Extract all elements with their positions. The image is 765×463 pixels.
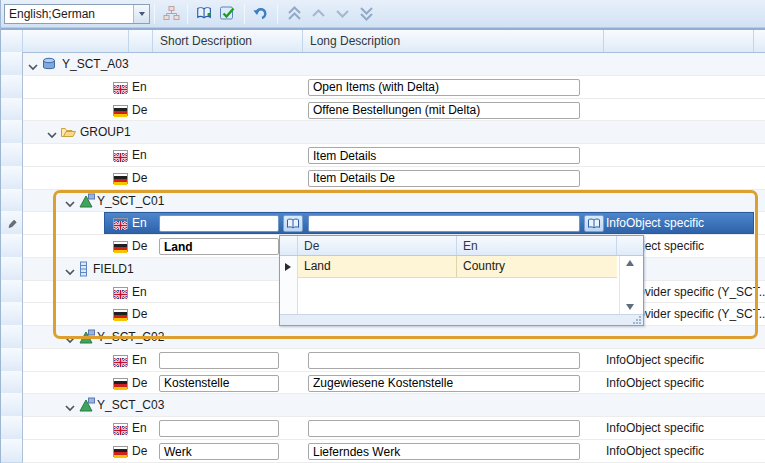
resize-grip-icon[interactable]	[632, 315, 642, 324]
row-header-cell	[1, 393, 23, 417]
row-header-cell	[1, 98, 23, 122]
uk-flag-icon	[113, 423, 128, 434]
long-description-input[interactable]	[308, 420, 580, 437]
popup-column-de[interactable]: De	[298, 236, 457, 255]
toolbar-separator	[154, 4, 155, 24]
column-header-long-description[interactable]: Long Description	[303, 30, 604, 52]
column-header-extra	[754, 30, 765, 52]
expander-icon[interactable]	[65, 401, 75, 409]
dropdown-icon[interactable]	[133, 5, 149, 23]
long-description-input[interactable]	[308, 170, 580, 187]
expander-icon[interactable]	[47, 128, 57, 136]
german-flag-icon	[113, 241, 128, 252]
translation-scope-label: InfoObject specific	[606, 349, 704, 372]
move-down-icon[interactable]	[331, 3, 353, 25]
tree-node-label[interactable]: Y_SCT_C02	[97, 326, 164, 349]
german-flag-icon	[113, 173, 128, 184]
language-label: En	[132, 144, 147, 167]
grid-column-headers: Short Description Long Description	[1, 28, 765, 53]
long-description-input[interactable]	[308, 102, 580, 119]
row-header-cell	[1, 257, 23, 281]
language-combo-value: English;German	[5, 7, 133, 21]
edit-pencil-icon	[7, 218, 17, 228]
expander-icon[interactable]	[28, 60, 38, 68]
row-header-cell	[1, 371, 23, 395]
apply-check-icon[interactable]	[217, 3, 239, 25]
dictionary-suggestion-popup: De En Land Country	[279, 235, 644, 326]
translation-scope-label: InfoObject specific	[606, 212, 704, 235]
german-flag-icon	[113, 378, 128, 389]
popup-cell-en[interactable]: Country	[457, 256, 617, 277]
tree-row-characteristic[interactable]: Y_SCT_C01	[1, 190, 765, 213]
hierarchy-view-icon[interactable]	[160, 3, 182, 25]
language-label: En	[132, 349, 147, 372]
lang-row-de[interactable]: De	[1, 167, 765, 190]
lang-row-en-selected[interactable]: En InfoObject specific	[1, 212, 765, 235]
toolbar-separator	[277, 4, 278, 24]
language-label: En	[132, 417, 147, 440]
short-description-input[interactable]	[159, 420, 279, 437]
characteristic-icon	[79, 329, 96, 345]
short-description-input[interactable]	[159, 352, 279, 369]
popup-suggestion-row[interactable]: Land Country	[298, 256, 617, 278]
tree-node-label[interactable]: Y_SCT_A03	[62, 53, 129, 76]
language-label: De	[132, 167, 147, 190]
move-up-icon[interactable]	[307, 3, 329, 25]
language-combo[interactable]: English;German	[4, 4, 150, 24]
toolbar: English;German	[1, 0, 765, 28]
popup-scrollbar[interactable]	[619, 256, 639, 314]
row-header-cell	[1, 166, 23, 190]
long-description-input[interactable]	[308, 215, 580, 232]
expander-icon[interactable]	[65, 197, 75, 205]
popup-column-en[interactable]: En	[457, 236, 617, 255]
page-last-icon[interactable]	[355, 3, 377, 25]
column-header-gutter	[1, 30, 23, 52]
tree-node-label[interactable]: Y_SCT_C01	[97, 190, 164, 213]
popup-cell-de[interactable]: Land	[298, 256, 457, 277]
language-label: De	[132, 440, 147, 463]
lang-row-de[interactable]: De InfoObject specific	[1, 372, 765, 395]
scroll-down-icon[interactable]	[625, 303, 635, 311]
row-header-cell	[1, 234, 23, 258]
long-description-input[interactable]	[308, 375, 580, 392]
undo-icon[interactable]	[250, 3, 272, 25]
dictionary-lookup-icon[interactable]	[283, 215, 303, 232]
short-description-input[interactable]	[159, 443, 279, 460]
long-description-input[interactable]	[308, 147, 580, 164]
tree-row-group[interactable]: GROUP1	[1, 121, 765, 144]
row-header-cell	[1, 211, 23, 235]
long-description-input[interactable]	[308, 352, 580, 369]
expander-icon[interactable]	[65, 265, 75, 273]
language-label: De	[132, 99, 147, 122]
lang-row-en[interactable]: En InfoObject specific	[1, 349, 765, 372]
lang-row-en[interactable]: En	[1, 144, 765, 167]
row-header-cell	[1, 416, 23, 440]
lang-row-de[interactable]: De InfoObject specific	[1, 440, 765, 463]
scroll-up-icon[interactable]	[625, 259, 635, 267]
uk-flag-icon	[113, 82, 128, 93]
lang-row-en[interactable]: En InfoObject specific	[1, 417, 765, 440]
tree-node-label[interactable]: Y_SCT_C03	[97, 394, 164, 417]
lang-row-de[interactable]: De	[1, 99, 765, 122]
tree-node-label[interactable]: FIELD1	[93, 258, 134, 281]
short-description-input[interactable]	[159, 375, 279, 392]
uk-flag-icon	[113, 150, 128, 161]
short-description-input[interactable]	[159, 238, 279, 255]
long-description-input[interactable]	[308, 443, 580, 460]
column-header-scope	[604, 30, 754, 52]
tree-row-characteristic[interactable]: Y_SCT_C03	[1, 394, 765, 417]
page-first-icon[interactable]	[283, 3, 305, 25]
tree-row-characteristic[interactable]: Y_SCT_C02	[1, 326, 765, 349]
expander-icon[interactable]	[65, 333, 75, 341]
add-dictionary-entry-icon[interactable]	[193, 3, 215, 25]
row-header-cell	[1, 189, 23, 213]
long-description-input[interactable]	[308, 79, 580, 96]
short-description-input[interactable]	[159, 215, 279, 232]
dictionary-lookup-icon[interactable]	[584, 215, 604, 232]
column-header-short-description[interactable]: Short Description	[153, 30, 303, 52]
lang-row-en[interactable]: En	[1, 76, 765, 99]
tree-row-infoprovider[interactable]: Y_SCT_A03	[1, 53, 765, 76]
row-header-cell	[1, 439, 23, 463]
tree-node-label[interactable]: GROUP1	[80, 121, 131, 144]
row-header-cell	[1, 280, 23, 304]
